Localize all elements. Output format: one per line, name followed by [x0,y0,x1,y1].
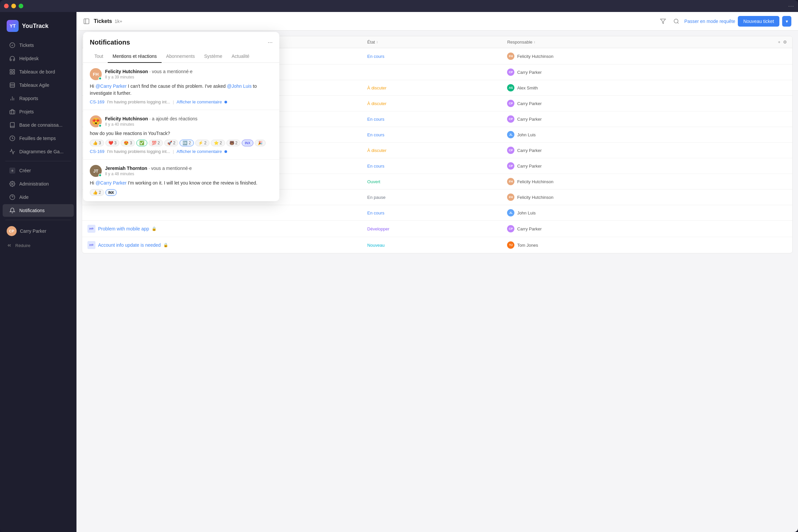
more-options-icon[interactable]: ⋯ [788,2,794,10]
sidebar-item-administration[interactable]: Administration [3,177,74,190]
add-col-icon[interactable]: + [778,40,780,44]
sidebar-item-creer[interactable]: + Créer [3,164,74,177]
sidebar-item-tableaux-bord[interactable]: Tableaux de bord [3,65,74,78]
etat-label: État [367,40,375,44]
emoji-badge[interactable]: INX [106,189,117,196]
sidebar-item-notifications[interactable]: Notifications [3,204,74,217]
status-badge[interactable]: En cours [367,117,384,122]
table-row: H⚙ Account info update is needed 🔒 Nouve… [82,237,792,253]
ticket-name-text[interactable]: Problem with mobile app [98,226,149,231]
sidebar-item-projets-label: Projets [19,109,34,114]
sidebar-item-base-connaissance[interactable]: Base de connaissa... [3,119,74,131]
status-badge[interactable]: À discuter [367,101,387,106]
avatar: CP [507,147,514,154]
status-badge[interactable]: En cours [367,54,384,59]
main-content: Tickets 1k+ Passer en mode requête Nouve… [76,12,798,532]
tab-mentions[interactable]: Mentions et réactions [108,50,161,63]
user-name: Carry Parker [20,228,46,234]
emoji-badge[interactable]: 👍 2 [90,189,104,196]
responsible-name: John Luis [517,132,536,137]
sidebar-item-tickets[interactable]: Tickets [3,39,74,52]
status-badge[interactable]: En cours [367,164,384,169]
tab-systeme[interactable]: Système [200,50,227,63]
sidebar-item-diagrammes-label: Diagrammes de Ga... [19,149,63,154]
sidebar-item-tableaux-agile[interactable]: Tableaux Agile [3,79,74,92]
notif-user-action: Felicity Hutchinson · vous a mentionné·e [105,69,273,74]
sidebar-item-projets[interactable]: Projets [3,106,74,118]
sidebar-toggle-icon[interactable] [83,18,90,25]
col-header-etat[interactable]: État ↕ [367,40,507,44]
headphones-icon [9,56,15,61]
emoji-badge[interactable]: 🎉 [255,140,266,146]
notif-ticket-row: CS-169 I'm having problems logging int..… [90,149,273,154]
sidebar-item-tickets-label: Tickets [19,42,34,48]
online-indicator [98,174,102,177]
emoji-badge[interactable]: 💯 2 [149,140,163,146]
sidebar-item-feuilles-temps[interactable]: Feuilles de temps [3,132,74,145]
status-badge[interactable]: Nouveau [367,243,385,248]
status-badge[interactable]: Développer [367,226,390,231]
avatar: FH [507,178,514,185]
sidebar-item-rapports[interactable]: Rapports [3,92,74,105]
table-row: En cours JL John Luis [82,205,792,221]
emoji-badge[interactable]: INX [242,140,253,146]
emoji-badge[interactable]: 🆗 2 [179,140,194,146]
search-icon-btn[interactable] [671,16,682,26]
notif-view-comment-link[interactable]: Afficher le commentaire [176,149,222,154]
notif-username: Felicity Hutchinson [105,116,148,121]
col-header-responsable[interactable]: Responsable ↕ [507,40,647,44]
avatar: CP [507,115,514,123]
emoji-badge[interactable]: 🚀 2 [164,140,178,146]
notifications-more-icon[interactable]: ··· [268,39,273,46]
notif-ticket-id[interactable]: CS-169 [90,149,104,154]
responsible-name: Carry Parker [517,226,542,231]
emoji-badge[interactable]: 🐻 2 [226,140,241,146]
responsible: CP Carry Parker [507,162,647,170]
sidebar-item-aide[interactable]: Aide [3,191,74,204]
user-profile[interactable]: CP Carry Parker [0,223,76,240]
nouveau-ticket-button[interactable]: Nouveau ticket [738,16,779,26]
sidebar-item-helpdesk[interactable]: Helpdesk [3,52,74,65]
ticket-name-text[interactable]: Account info update is needed [98,242,160,248]
filter-icon-btn[interactable] [658,16,668,26]
notif-ticket-id[interactable]: CS-169 [90,99,104,104]
grid-icon [9,69,15,75]
emoji-badge[interactable]: ✅ [136,140,147,146]
tab-tout[interactable]: Tout [90,50,108,63]
notif-ticket-row: CS-169 I'm having problems logging int..… [90,99,273,104]
status-badge[interactable]: En cours [367,210,384,215]
emoji-badge[interactable]: ⚡ 2 [195,140,209,146]
settings-icon[interactable]: ⚙ [783,40,787,44]
notif-view-comment-link[interactable]: Afficher le commentaire [176,99,222,104]
close-button[interactable] [4,4,8,8]
emoji-badge[interactable]: 😍 3 [121,140,135,146]
status-badge[interactable]: En cours [367,132,384,137]
sidebar-item-rapports-label: Rapports [19,96,38,101]
svg-rect-2 [13,70,15,71]
minimize-button[interactable] [11,4,16,8]
maximize-button[interactable] [19,4,23,8]
mention: @John Luis [227,83,252,89]
responsible-name: Carry Parker [517,164,542,169]
status-badge[interactable]: À discuter [367,86,387,91]
status-badge[interactable]: Ouvert [367,179,380,184]
mention: @Carry Parker [95,83,127,89]
emoji-badge[interactable]: ⭐ 2 [211,140,225,146]
app-window: ⋯ YT YouTrack Tickets Helpdesk Tableaux … [0,0,798,532]
nouveau-ticket-dropdown[interactable]: ▾ [782,16,791,26]
sidebar-reduce[interactable]: Réduire [0,240,76,251]
status-badge[interactable]: En pause [367,195,386,200]
mode-requete-btn[interactable]: Passer en mode requête [684,19,735,24]
emoji-badge[interactable]: 👍 3 [90,140,104,146]
responsible-name: Carry Parker [517,148,542,153]
app-logo-icon: YT [7,20,19,32]
tab-actualite[interactable]: Actualité [227,50,254,63]
emoji-badge[interactable]: ❤️ 3 [106,140,120,146]
sidebar-item-diagrammes[interactable]: Diagrammes de Ga... [3,145,74,158]
logo-area[interactable]: YT YouTrack [0,17,76,39]
status-badge[interactable]: À discuter [367,148,387,153]
tab-abonnements[interactable]: Abonnements [162,50,200,63]
avatar: TJ [507,241,514,249]
mention: @Carry Parker [95,180,127,186]
svg-rect-5 [10,83,15,88]
